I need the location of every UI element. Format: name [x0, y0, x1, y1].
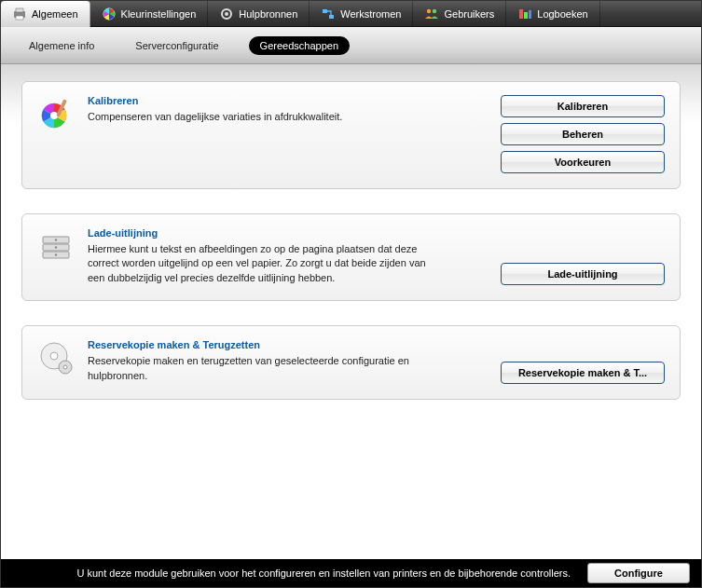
svg-rect-12 [529, 10, 531, 19]
panel-text: Kalibreren Compenseren van dagelijkse va… [88, 95, 488, 173]
tray-icon [37, 227, 75, 265]
svg-point-20 [55, 246, 57, 248]
kalibreren-button[interactable]: Kalibreren [501, 95, 665, 117]
color-wheel-icon [102, 7, 117, 21]
tab-label: Gebruikers [444, 8, 494, 20]
subtab-gereedschappen[interactable]: Gereedschappen [249, 36, 350, 55]
printer-icon [12, 7, 27, 21]
panel-reservekopie: Reservekopie maken & Terugzetten Reserve… [21, 325, 681, 400]
tab-werkstromen[interactable]: Werkstromen [310, 1, 413, 26]
logs-icon [517, 7, 532, 21]
panel-lade-uitlijning: Lade-uitlijning Hiermee kunt u tekst en … [21, 213, 681, 301]
users-icon [424, 7, 439, 21]
panel-desc: Reservekopie maken en terugzetten van ge… [88, 354, 442, 383]
panel-actions: Reservekopie maken & T... [501, 339, 665, 384]
main-content: Kalibreren Compenseren van dagelijkse va… [1, 64, 701, 559]
sub-tab-bar: Algemene info Serverconfiguratie Gereeds… [1, 27, 701, 64]
panel-title: Lade-uitlijning [88, 227, 480, 239]
svg-rect-6 [323, 9, 327, 13]
panel-actions: Lade-uitlijning [501, 227, 665, 285]
svg-rect-2 [16, 16, 23, 20]
tab-hulpbronnen[interactable]: Hulpbronnen [208, 1, 310, 26]
tab-gebruikers[interactable]: Gebruikers [413, 1, 506, 26]
svg-point-9 [433, 8, 436, 12]
svg-rect-1 [16, 8, 23, 12]
svg-point-23 [50, 352, 58, 360]
panel-actions: Kalibreren Beheren Voorkeuren [501, 95, 665, 173]
panel-text: Lade-uitlijning Hiermee kunt u tekst en … [88, 227, 488, 285]
calibrate-icon [37, 95, 75, 132]
tab-logboeken[interactable]: Logboeken [506, 1, 599, 26]
voorkeuren-button[interactable]: Voorkeuren [501, 151, 665, 173]
svg-rect-7 [329, 15, 334, 19]
reservekopie-button[interactable]: Reservekopie maken & T... [501, 362, 665, 384]
svg-point-19 [55, 239, 57, 240]
tab-label: Kleurinstellingen [121, 8, 197, 20]
tab-kleurinstellingen[interactable]: Kleurinstellingen [90, 1, 209, 26]
tab-label: Algemeen [32, 8, 78, 20]
panel-title: Reservekopie maken & Terugzetten [88, 339, 480, 350]
top-tab-bar: Algemeen Kleurinstellingen Hulpbronnen W… [1, 1, 701, 27]
tab-algemeen[interactable]: Algemeen [1, 1, 90, 27]
svg-rect-10 [519, 9, 523, 19]
configure-button[interactable]: Configure [587, 563, 690, 583]
svg-point-8 [427, 8, 431, 12]
svg-point-5 [225, 12, 228, 16]
subtab-serverconfiguratie[interactable]: Serverconfiguratie [124, 36, 229, 55]
footer-text: U kunt deze module gebruiken voor het co… [76, 567, 571, 579]
app-window: Algemeen Kleurinstellingen Hulpbronnen W… [0, 0, 702, 588]
beheren-button[interactable]: Beheren [501, 123, 665, 145]
workflow-icon [321, 7, 336, 21]
svg-point-25 [63, 365, 67, 369]
footer-bar: U kunt deze module gebruiken voor het co… [1, 559, 701, 587]
lade-uitlijning-button[interactable]: Lade-uitlijning [501, 263, 665, 285]
gear-icon [219, 7, 234, 21]
svg-rect-11 [524, 12, 528, 19]
tab-label: Hulpbronnen [239, 8, 297, 20]
tab-label: Werkstromen [340, 8, 401, 20]
disc-icon [37, 339, 75, 376]
panel-kalibreren: Kalibreren Compenseren van dagelijkse va… [21, 81, 681, 189]
panel-text: Reservekopie maken & Terugzetten Reserve… [88, 339, 488, 384]
panel-title: Kalibreren [88, 95, 480, 106]
panel-desc: Hiermee kunt u tekst en afbeeldingen zo … [88, 242, 442, 285]
svg-point-21 [55, 253, 57, 255]
subtab-algemene-info[interactable]: Algemene info [18, 36, 105, 55]
panel-desc: Compenseren van dagelijkse variaties in … [88, 110, 442, 124]
tab-label: Logboeken [537, 8, 587, 20]
